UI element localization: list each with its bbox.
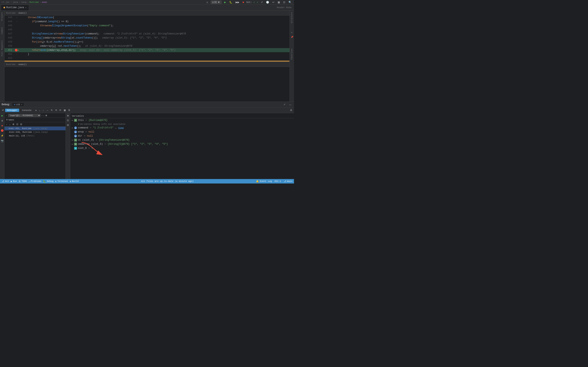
sidebar-settings-icon[interactable]: ⚙ — [291, 31, 292, 34]
tab-console[interactable]: Console — [20, 109, 33, 112]
frame-item-1[interactable]: exec:348, Runtime (java.lang) — [4, 130, 66, 134]
sidebar-structure[interactable]: Structure — [291, 12, 293, 23]
tool-more1[interactable]: ⟲ — [54, 108, 58, 112]
breadcrumb-item-lang[interactable]: lang — [21, 1, 26, 3]
status-git[interactable]: ⎇ Git — [2, 180, 9, 183]
breadcrumb-item-java[interactable]: java — [13, 1, 18, 3]
var-slot6[interactable]: ▶ e slot_6 = 5 — [70, 146, 294, 150]
file-tab-runtime[interactable]: Runtime.java ✕ — [1, 5, 29, 10]
status-build[interactable]: ⚙ Build — [70, 180, 79, 183]
debug-tab-close[interactable]: ✕ — [21, 103, 22, 106]
var-command-expand[interactable]: ▶ — [72, 127, 73, 129]
tab-debugger[interactable]: Debugger — [5, 109, 19, 112]
debug-rerun[interactable]: ↺ — [1, 108, 5, 112]
sidebar-favorites[interactable]: Favorites — [291, 49, 293, 59]
breadcrumb-item-exec[interactable]: exec — [42, 1, 47, 3]
debug-button[interactable]: 🐛 — [228, 0, 233, 4]
stop2-btn[interactable]: ■ — [1, 124, 3, 127]
bracket-end: ] = — [55, 44, 59, 48]
tool-eval[interactable]: ↻ — [50, 108, 54, 112]
method-exec: exec — [41, 48, 47, 52]
thread-filter[interactable]: ⊕ — [45, 114, 47, 117]
stop-button[interactable]: ■ — [242, 0, 245, 4]
var-st[interactable]: ▶ ≡ st (slot_4) = {StringTokenizer@478} — [70, 138, 294, 142]
thread-up[interactable]: ↑ — [42, 114, 43, 117]
layout-button[interactable]: ▦ — [277, 0, 281, 4]
sub-bc-runtime[interactable]: Runtime — [6, 12, 16, 14]
status-terminal[interactable]: ⊟ Terminal — [55, 180, 68, 183]
sub-bc2-runtime[interactable]: Runtime — [6, 63, 16, 66]
line-num-449: 449 — [4, 40, 15, 44]
status-position[interactable]: 451:1 — [274, 180, 281, 183]
sub-bc2-exec[interactable]: exec() — [18, 63, 27, 66]
status-branch[interactable]: ⎇ main — [284, 180, 292, 183]
thread-down[interactable]: ↓ — [43, 114, 44, 117]
horizontal-scrollbar[interactable] — [4, 60, 290, 62]
var-dir[interactable]: ▶ p dir = null — [70, 134, 294, 138]
vars-scroll[interactable]: ⊟ — [67, 123, 69, 127]
frame-record[interactable]: ⊟ — [19, 123, 23, 126]
debug-lce-tab[interactable]: ⊟ LCE ✕ — [12, 103, 24, 106]
line-content-447: StringTokenizer st = new StringTokenizer… — [19, 32, 290, 36]
var-envp[interactable]: ▶ p envp = null — [70, 130, 294, 134]
breadcrumb-item-rtjar[interactable]: rt.jar — [2, 1, 10, 3]
search-button[interactable]: 🔍 — [288, 0, 292, 4]
coverage-button[interactable]: ▶▶ — [235, 0, 240, 4]
tool-step-into[interactable]: ↓ — [38, 108, 41, 112]
frame-action3[interactable]: ⊕ — [12, 123, 15, 126]
tool-step-out[interactable]: ↑ — [42, 108, 45, 112]
sidebar-project[interactable]: Project — [1, 12, 3, 21]
pause-btn[interactable]: ⏸ — [1, 119, 4, 122]
vars-add[interactable]: ⊕ — [67, 114, 69, 117]
var-command[interactable]: ▶ p command = "1 2\n3\t4\r5" … View — [70, 126, 294, 130]
var-command-view[interactable]: View — [118, 127, 123, 129]
undo-button[interactable]: ↩ — [272, 0, 275, 4]
tool-settings2[interactable]: ☰ — [67, 108, 71, 112]
breadcrumb-item-runtime[interactable]: Runtime — [29, 1, 39, 3]
resume-btn[interactable]: ▶ — [1, 114, 3, 117]
var-this-expand[interactable]: ▶ — [72, 119, 73, 122]
tool-step-over[interactable]: ≡ — [34, 108, 38, 112]
var-this[interactable]: ▶ ≡ this = {Runtime@476} — [70, 118, 294, 122]
frame-action2[interactable]: ↓ — [9, 123, 11, 126]
history-button[interactable]: 🕐 — [265, 0, 270, 4]
lce-label: LCE — [212, 1, 217, 4]
debug-minimize[interactable]: — — [288, 103, 292, 106]
run-button[interactable]: ▶ — [223, 0, 227, 4]
sidebar-pull-requests[interactable]: Pull Requests — [1, 40, 3, 56]
tool-run-cursor[interactable]: → — [45, 108, 49, 112]
debug-extra2[interactable]: 📷 — [0, 139, 4, 142]
tool-more2[interactable]: ⟳ — [58, 108, 62, 112]
sidebar-pin-icon[interactable]: 📌 — [291, 36, 293, 38]
brace-open: { — [53, 16, 54, 20]
var-st-expand[interactable]: ▶ — [72, 139, 73, 141]
var-cmdarray[interactable]: ▶ ≡ cmdarray (slot_5) = {String[5]@479} … — [70, 142, 294, 146]
mute-btn[interactable]: 🔴 — [0, 129, 4, 132]
thread-dropdown[interactable]: "main"@1...: RUNNING — [8, 114, 41, 117]
status-run[interactable]: ▶ Run — [11, 180, 17, 183]
settings-button[interactable]: ⊡ — [282, 0, 286, 4]
debug-gear[interactable]: ☰ — [289, 108, 293, 112]
debug-maximize[interactable]: ⤢ — [283, 103, 286, 106]
sidebar-commit[interactable]: Commit — [1, 27, 3, 34]
frame-item-2[interactable]: main:12, LCE (Test) — [4, 134, 66, 138]
file-tab-close[interactable]: ✕ — [25, 6, 26, 9]
vars-copy2[interactable]: ⊡ — [67, 119, 69, 122]
tool-table[interactable]: ▦ — [63, 108, 67, 112]
sub-bc-exec[interactable]: exec() — [18, 12, 27, 14]
frame-action1[interactable]: ↑ — [5, 123, 8, 126]
lce-arrow: ▼ — [218, 1, 220, 4]
frame-item-0[interactable]: ✓ exec:451, Runtime (java.lang) — [4, 127, 66, 130]
var-cmdarray-expand[interactable]: ▶ — [72, 143, 73, 145]
frame-copy[interactable]: ⊡ — [16, 123, 19, 126]
debug-extra1[interactable]: ⚡ — [0, 134, 4, 137]
debug-448: cmdarray (slot_5): {"1", "2", "3", "4", … — [102, 36, 167, 40]
lce-dropdown[interactable]: LCE ▼ — [210, 0, 222, 4]
status-debug[interactable]: 🐛 Debug — [43, 180, 53, 183]
reader-mode[interactable]: Reader Mode — [277, 6, 294, 9]
git-push[interactable]: ↗ — [260, 0, 264, 4]
back-button[interactable]: ⎌ — [206, 0, 209, 4]
status-todo[interactable]: ☰ TODO — [18, 180, 27, 183]
status-problems[interactable]: ⚠ Problems — [29, 180, 42, 183]
status-eventlog[interactable]: 🔔 Event Log — [256, 180, 272, 183]
